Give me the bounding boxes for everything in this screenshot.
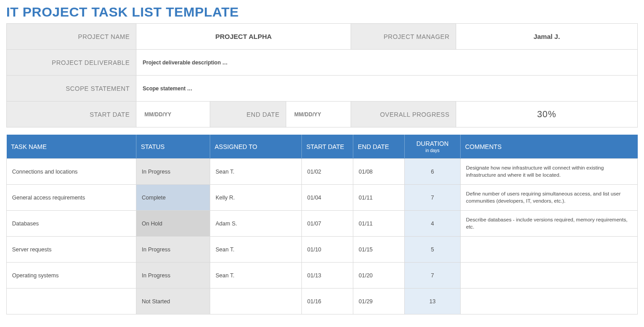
cell-task-name[interactable]: Databases: [7, 211, 136, 237]
cell-status[interactable]: In Progress: [136, 263, 210, 289]
label-scope: SCOPE STATEMENT: [7, 76, 136, 102]
cell-status[interactable]: Complete: [136, 185, 210, 211]
meta-row-scope: SCOPE STATEMENT Scope statement …: [7, 76, 638, 102]
value-scope[interactable]: Scope statement …: [136, 76, 638, 102]
cell-task-name[interactable]: Server requests: [7, 237, 136, 263]
cell-task-name[interactable]: Operating systems: [7, 263, 136, 289]
cell-task-name[interactable]: General access requirements: [7, 185, 136, 211]
cell-end-date[interactable]: 01/11: [353, 211, 405, 237]
col-duration: DURATION in days: [405, 135, 461, 159]
cell-status[interactable]: Not Started: [136, 289, 210, 314]
col-status: STATUS: [136, 135, 210, 159]
cell-start-date[interactable]: 01/16: [302, 289, 353, 314]
label-overall-progress: OVERALL PROGRESS: [351, 102, 456, 127]
value-project-manager[interactable]: Jamal J.: [456, 24, 638, 50]
cell-end-date[interactable]: 01/20: [353, 263, 405, 289]
cell-comments[interactable]: Describe databases - include versions re…: [461, 211, 638, 237]
cell-start-date[interactable]: 01/07: [302, 211, 353, 237]
label-project-manager: PROJECT MANAGER: [351, 24, 456, 50]
page-title: IT PROJECT TASK LIST TEMPLATE: [6, 4, 638, 20]
cell-duration: 7: [405, 263, 461, 289]
label-end-date: END DATE: [210, 102, 286, 127]
cell-duration: 5: [405, 237, 461, 263]
task-header-row: TASK NAME STATUS ASSIGNED TO START DATE …: [7, 135, 638, 159]
cell-start-date[interactable]: 01/10: [302, 237, 353, 263]
cell-duration: 6: [405, 159, 461, 185]
value-start-date[interactable]: MM/DD/YY: [136, 102, 210, 127]
table-row: Server requestsIn ProgressSean T.01/1001…: [7, 237, 638, 263]
col-task-name: TASK NAME: [7, 135, 136, 159]
label-deliverable: PROJECT DELIVERABLE: [7, 50, 136, 76]
table-row: DatabasesOn HoldAdam S.01/0701/114Descri…: [7, 211, 638, 237]
cell-status[interactable]: In Progress: [136, 159, 210, 185]
col-duration-sub: in days: [409, 148, 456, 153]
cell-assigned[interactable]: Sean T.: [210, 159, 302, 185]
value-end-date[interactable]: MM/DD/YY: [286, 102, 351, 127]
cell-status[interactable]: On Hold: [136, 211, 210, 237]
cell-assigned[interactable]: Sean T.: [210, 237, 302, 263]
cell-duration: 7: [405, 185, 461, 211]
col-assigned: ASSIGNED TO: [210, 135, 302, 159]
cell-comments[interactable]: Designate how new infrastructure will co…: [461, 159, 638, 185]
cell-comments[interactable]: Define number of users requiring simulta…: [461, 185, 638, 211]
cell-assigned[interactable]: Sean T.: [210, 263, 302, 289]
label-project-name: PROJECT NAME: [7, 24, 136, 50]
project-meta-table: PROJECT NAME PROJECT ALPHA PROJECT MANAG…: [6, 23, 638, 127]
meta-row-deliverable: PROJECT DELIVERABLE Project deliverable …: [7, 50, 638, 76]
task-table: TASK NAME STATUS ASSIGNED TO START DATE …: [6, 135, 638, 314]
cell-status[interactable]: In Progress: [136, 237, 210, 263]
table-row: Operating systemsIn ProgressSean T.01/13…: [7, 263, 638, 289]
cell-assigned[interactable]: Adam S.: [210, 211, 302, 237]
col-start-date: START DATE: [302, 135, 353, 159]
cell-end-date[interactable]: 01/29: [353, 289, 405, 314]
cell-start-date[interactable]: 01/13: [302, 263, 353, 289]
cell-assigned[interactable]: [210, 289, 302, 314]
cell-start-date[interactable]: 01/02: [302, 159, 353, 185]
cell-start-date[interactable]: 01/04: [302, 185, 353, 211]
table-row: Connections and locationsIn ProgressSean…: [7, 159, 638, 185]
col-comments: COMMENTS: [461, 135, 638, 159]
col-end-date: END DATE: [353, 135, 405, 159]
value-project-name[interactable]: PROJECT ALPHA: [136, 24, 351, 50]
cell-end-date[interactable]: 01/11: [353, 185, 405, 211]
meta-row-dates: START DATE MM/DD/YY END DATE MM/DD/YY OV…: [7, 102, 638, 127]
label-start-date: START DATE: [7, 102, 136, 127]
cell-assigned[interactable]: Kelly R.: [210, 185, 302, 211]
cell-end-date[interactable]: 01/15: [353, 237, 405, 263]
cell-task-name[interactable]: Connections and locations: [7, 159, 136, 185]
value-overall-progress: 30%: [456, 102, 638, 127]
cell-comments[interactable]: [461, 237, 638, 263]
cell-duration: 4: [405, 211, 461, 237]
cell-duration: 13: [405, 289, 461, 314]
cell-end-date[interactable]: 01/08: [353, 159, 405, 185]
table-row: Not Started01/1601/2913: [7, 289, 638, 314]
value-deliverable[interactable]: Project deliverable description …: [136, 50, 638, 76]
cell-comments[interactable]: [461, 289, 638, 314]
col-duration-label: DURATION: [416, 140, 449, 147]
cell-task-name[interactable]: [7, 289, 136, 314]
cell-comments[interactable]: [461, 263, 638, 289]
table-row: General access requirementsCompleteKelly…: [7, 185, 638, 211]
meta-row-name: PROJECT NAME PROJECT ALPHA PROJECT MANAG…: [7, 24, 638, 50]
